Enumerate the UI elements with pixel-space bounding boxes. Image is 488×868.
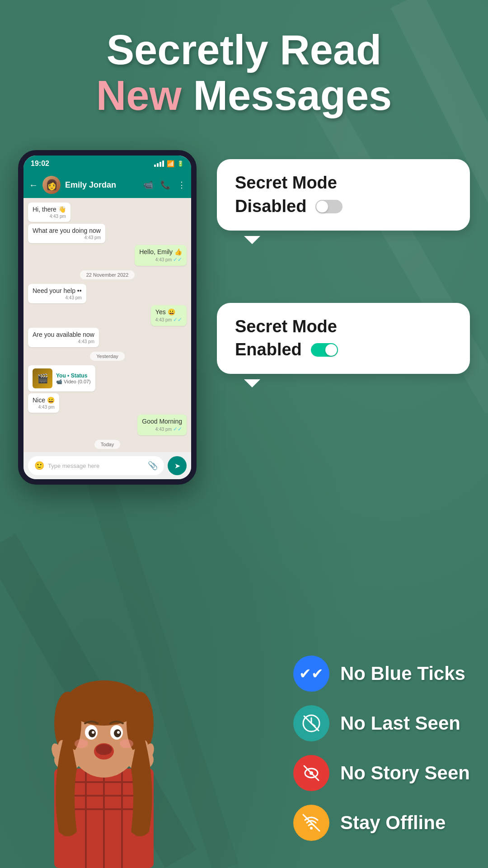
battery-icon: 🔋 — [177, 160, 184, 167]
wifi-icon: 📶 — [167, 160, 174, 167]
no-story-seen-label: No Story Seen — [340, 762, 470, 784]
chat-header-actions: 📹 📞 ⋮ — [143, 180, 186, 190]
bubble-disabled-title: Secret Mode — [235, 173, 452, 193]
message-sent-3: Good Morning 4:43 pm ✓✓ — [137, 415, 187, 435]
no-last-seen-icon — [293, 705, 329, 741]
bubble-disabled-subtitle: Disabled — [235, 196, 306, 217]
feature-no-blue-ticks: ✔✔ No Blue Ticks — [293, 656, 470, 692]
person-illustration — [0, 633, 208, 868]
message-sent-1: Hello, Emily 👍 4:43 pm ✓✓ — [135, 245, 187, 266]
message-sent-2: Yes 😀 4:43 pm ✓✓ — [151, 305, 187, 326]
date-divider-today: Today — [94, 440, 120, 449]
contact-name: Emily Jordan — [65, 180, 139, 190]
svg-point-27 — [117, 731, 120, 734]
secret-mode-toggle-off[interactable] — [315, 200, 343, 213]
secret-mode-disabled-bubble: Secret Mode Disabled — [217, 159, 470, 230]
feature-no-story-seen: No Story Seen — [293, 755, 470, 791]
emoji-icon[interactable]: 🙂 — [34, 461, 44, 471]
status-icons: 📶 🔋 — [154, 160, 184, 167]
signal-icon — [154, 160, 164, 167]
attachment-icon[interactable]: 📎 — [148, 461, 158, 471]
more-options-icon[interactable]: ⋮ — [178, 180, 186, 190]
chat-header: ← 👩 Emily Jordan 📹 📞 ⋮ — [23, 172, 191, 198]
message-received-3: Need your help •• 4:43 pm — [28, 284, 86, 303]
bubble-enabled-row: Enabled — [235, 340, 452, 360]
contact-avatar: 👩 — [42, 176, 61, 194]
svg-point-7 — [310, 827, 313, 830]
avatar-image: 👩 — [46, 179, 58, 191]
toggle-thumb-on — [325, 344, 337, 356]
features-section: ✔✔ No Blue Ticks No Last Seen No Story S… — [293, 656, 470, 841]
no-blue-ticks-icon: ✔✔ — [293, 656, 329, 692]
status-time: 19:02 — [31, 160, 49, 168]
toggle-thumb-off — [316, 201, 328, 212]
status-message: 🎬 You • Status 📹 Video (0.07) — [28, 365, 95, 392]
secret-mode-enabled-bubble: Secret Mode Enabled — [217, 303, 470, 374]
feature-stay-offline: Stay Offline — [293, 805, 470, 841]
phone-container: 19:02 📶 🔋 ← 👩 Emily — [18, 141, 208, 485]
bubbles-area: Secret Mode Disabled Secret Mode Enabled — [217, 141, 470, 485]
svg-point-26 — [92, 731, 94, 734]
chat-area[interactable]: Hi, there 👋 4:43 pm What are you doing n… — [23, 198, 191, 452]
video-call-icon[interactable]: 📹 — [143, 180, 153, 190]
header-line1: Secretly Read — [27, 27, 461, 73]
message-received-4: Are you available now 4:43 pm — [28, 328, 99, 347]
person-svg — [9, 633, 199, 868]
feature-no-last-seen: No Last Seen — [293, 705, 470, 741]
message-input-box[interactable]: 🙂 Type message here 📎 — [28, 456, 164, 475]
svg-point-31 — [120, 739, 133, 748]
no-last-seen-label: No Last Seen — [340, 712, 460, 734]
svg-point-29 — [96, 744, 112, 755]
read-tick-icon-2: ✓✓ — [173, 316, 182, 323]
send-icon: ➤ — [174, 462, 180, 470]
input-area: 🙂 Type message here 📎 ➤ — [23, 452, 191, 479]
read-tick-icon-3: ✓✓ — [173, 426, 182, 432]
phone-call-icon[interactable]: 📞 — [160, 180, 170, 190]
input-placeholder: Type message here — [48, 462, 99, 469]
date-divider-1: 22 November 2022 — [80, 270, 135, 279]
header-secretly: Secretly Read — [107, 27, 382, 73]
header-new-word: New — [96, 72, 182, 118]
status-bar: 19:02 📶 🔋 — [23, 156, 191, 172]
stay-offline-label: Stay Offline — [340, 812, 446, 834]
date-divider-2: Yesterday — [90, 352, 125, 361]
no-story-seen-icon — [293, 755, 329, 791]
send-button[interactable]: ➤ — [168, 456, 187, 475]
header-messages-word: Messages — [182, 72, 392, 118]
no-blue-ticks-label: No Blue Ticks — [340, 663, 465, 684]
header-line2: New Messages — [27, 73, 461, 118]
bubble-enabled-title: Secret Mode — [235, 316, 452, 337]
read-tick-icon: ✓✓ — [173, 256, 182, 263]
main-content: 19:02 📶 🔋 ← 👩 Emily — [0, 132, 488, 494]
header-section: Secretly Read New Messages — [0, 0, 488, 132]
stay-offline-icon — [293, 805, 329, 841]
bubble-enabled-subtitle: Enabled — [235, 340, 302, 360]
phone-mockup: 19:02 📶 🔋 ← 👩 Emily — [18, 150, 197, 485]
back-arrow-icon[interactable]: ← — [29, 180, 38, 190]
secret-mode-toggle-on[interactable] — [311, 343, 338, 357]
svg-point-30 — [75, 739, 88, 748]
status-thumbnail: 🎬 — [33, 368, 52, 388]
message-received-1: Hi, there 👋 4:43 pm — [28, 203, 70, 222]
bubble-disabled-row: Disabled — [235, 196, 452, 217]
message-received-2: What are you doing now 4:43 pm — [28, 224, 105, 243]
message-received-5: Nice 😀 4:43 pm — [28, 393, 59, 413]
